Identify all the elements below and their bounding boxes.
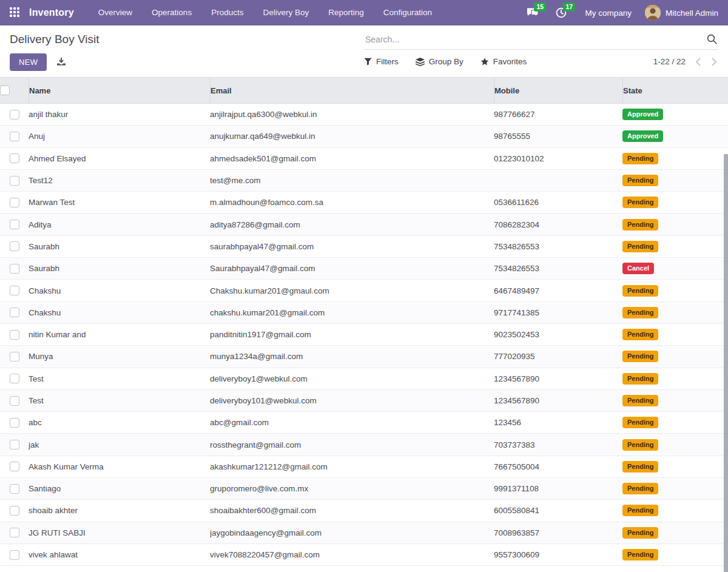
row-email[interactable]: m.almadhoun@foamco.com.sa xyxy=(210,198,494,207)
select-all-checkbox[interactable] xyxy=(0,86,10,95)
row-checkbox[interactable] xyxy=(10,308,19,317)
row-mobile[interactable]: 7008963857 xyxy=(494,528,622,537)
row-name[interactable]: Aditya xyxy=(29,220,210,229)
nav-menu-configuration[interactable]: Configuration xyxy=(375,0,440,25)
row-email[interactable]: rossthegrant@gmail.com xyxy=(210,440,494,449)
table-row[interactable]: nitin Kumar and panditnitin1917@gmail.co… xyxy=(0,324,728,346)
row-name[interactable]: Santiago xyxy=(29,484,210,493)
row-email[interactable]: aditya87286@gmail.com xyxy=(210,220,494,229)
row-checkbox[interactable] xyxy=(10,153,19,163)
row-mobile[interactable]: 9991371108 xyxy=(494,484,622,493)
row-checkbox[interactable] xyxy=(10,110,19,119)
column-header-mobile[interactable]: Mobile xyxy=(494,78,622,103)
row-checkbox[interactable] xyxy=(10,528,19,537)
row-name[interactable]: jak xyxy=(29,440,210,449)
search-input[interactable] xyxy=(365,35,707,44)
nav-menu-overview[interactable]: Overview xyxy=(90,0,141,25)
row-email[interactable]: ahmedsadek501@gmail.com xyxy=(210,154,494,163)
row-name[interactable]: shoaib akhter xyxy=(29,506,210,515)
row-email[interactable]: shoaibakhter600@gmail.com xyxy=(210,506,494,515)
row-email[interactable]: anujkumar.qa649@webkul.in xyxy=(210,132,494,141)
row-mobile[interactable]: 6005580841 xyxy=(494,506,622,515)
search-icon[interactable] xyxy=(707,34,717,44)
row-email[interactable]: panditnitin1917@gmail.com xyxy=(210,330,494,339)
table-row[interactable]: Test deliveryboy1@webkul.com 1234567890 … xyxy=(0,368,728,390)
row-checkbox[interactable] xyxy=(10,462,19,471)
row-name[interactable]: Ahmed Elsayed xyxy=(29,154,210,163)
row-email[interactable]: vivek7088220457@gmail.com xyxy=(210,550,494,559)
row-name[interactable]: vivek ahlawat xyxy=(29,550,210,559)
row-name[interactable]: Marwan Test xyxy=(29,198,210,207)
table-row[interactable]: Test12 test@me.com Pending xyxy=(0,170,728,192)
row-checkbox[interactable] xyxy=(10,506,19,516)
vertical-scrollbar-track[interactable] xyxy=(724,154,728,572)
table-row[interactable]: Aditya aditya87286@gmail.com 7086282304 … xyxy=(0,214,728,235)
row-name[interactable]: Saurabh xyxy=(29,264,210,273)
row-email[interactable]: munya1234a@gmail.com xyxy=(210,352,494,361)
nav-menu-products[interactable]: Products xyxy=(203,0,252,25)
row-email[interactable]: anjilrajput.qa6300@webkul.in xyxy=(210,110,494,119)
table-row[interactable]: Chakshu chakshu.kumar201@gmail.com 97177… xyxy=(0,302,728,324)
row-checkbox[interactable] xyxy=(10,374,19,383)
table-row[interactable]: Test deliveryboy101@webkul.com 123456789… xyxy=(0,390,728,412)
nav-menu-delivery-boy[interactable]: Delivery Boy xyxy=(254,0,317,25)
row-name[interactable]: Munya xyxy=(29,352,210,361)
row-checkbox[interactable] xyxy=(10,484,19,494)
table-row[interactable]: Saurabh Saurabhpayal47@gmail.com 7534826… xyxy=(0,258,728,280)
row-mobile[interactable]: 7534826553 xyxy=(494,264,622,273)
group-by-button[interactable]: Group By xyxy=(416,57,463,66)
table-row[interactable]: Chakshu Chakshu.kumar201@gmaul.com 64674… xyxy=(0,280,728,301)
row-name[interactable]: Test xyxy=(29,374,210,383)
row-checkbox[interactable] xyxy=(10,198,19,207)
row-email[interactable]: gruporomero@live.com.mx xyxy=(210,484,494,493)
row-name[interactable]: anjil thakur xyxy=(29,110,210,119)
pager-previous-button[interactable] xyxy=(694,58,702,66)
column-header-state[interactable]: State xyxy=(622,78,728,103)
row-checkbox[interactable] xyxy=(10,176,19,186)
row-name[interactable]: Test xyxy=(29,396,210,405)
user-menu[interactable]: Mitchell Admin xyxy=(645,5,718,21)
row-email[interactable]: Chakshu.kumar201@gmaul.com xyxy=(210,286,494,295)
row-checkbox[interactable] xyxy=(10,241,19,251)
activities-button[interactable]: 17 xyxy=(556,7,567,18)
row-name[interactable]: nitin Kumar and xyxy=(29,330,210,339)
row-email[interactable]: akashkumar121212@gmail.com xyxy=(210,462,494,471)
row-email[interactable]: test@me.com xyxy=(210,176,494,185)
table-row[interactable]: vivek ahlawat vivek7088220457@gmail.com … xyxy=(0,544,728,566)
row-checkbox[interactable] xyxy=(10,352,19,362)
row-checkbox[interactable] xyxy=(10,220,19,229)
nav-menu-reporting[interactable]: Reporting xyxy=(320,0,372,25)
row-mobile[interactable]: 123456 xyxy=(494,418,622,427)
pager-next-button[interactable] xyxy=(710,58,718,66)
favorites-button[interactable]: Favorites xyxy=(480,57,527,66)
row-email[interactable]: Saurabhpayal47@gmail.com xyxy=(210,264,494,273)
row-email[interactable]: deliveryboy1@webkul.com xyxy=(210,374,494,383)
row-mobile[interactable]: 7667505004 xyxy=(494,462,622,471)
table-row[interactable]: shoaib akhter shoaibakhter600@gmail.com … xyxy=(0,500,728,522)
row-name[interactable]: Anuj xyxy=(29,132,210,141)
row-mobile[interactable]: 6467489497 xyxy=(494,286,622,295)
export-download-button[interactable] xyxy=(55,56,67,68)
column-header-email[interactable]: Email xyxy=(210,78,494,103)
row-checkbox[interactable] xyxy=(10,550,19,560)
row-mobile[interactable]: 7086282304 xyxy=(494,220,622,229)
row-mobile[interactable]: 1234567890 xyxy=(494,396,622,405)
row-mobile[interactable]: 9557300609 xyxy=(494,550,622,559)
table-row[interactable]: Saurabh saurabhpayal47@gmail.com 7534826… xyxy=(0,236,728,258)
row-mobile[interactable]: 1234567890 xyxy=(494,374,622,383)
row-email[interactable]: chakshu.kumar201@gmail.com xyxy=(210,308,494,317)
row-email[interactable]: saurabhpayal47@gmail.com xyxy=(210,242,494,251)
row-checkbox[interactable] xyxy=(10,418,19,428)
table-row[interactable]: Akash Kumar Verma akashkumar121212@gmail… xyxy=(0,456,728,478)
table-row[interactable]: Anuj anujkumar.qa649@webkul.in 98765555 … xyxy=(0,126,728,147)
row-checkbox[interactable] xyxy=(10,286,19,295)
table-row[interactable]: jak rossthegrant@gmail.com 703737383 Pen… xyxy=(0,434,728,456)
row-mobile[interactable]: 703737383 xyxy=(494,440,622,449)
company-switcher[interactable]: My company xyxy=(585,8,632,18)
row-mobile[interactable]: 777020935 xyxy=(494,352,622,361)
row-mobile[interactable]: 98765555 xyxy=(494,132,622,141)
row-checkbox[interactable] xyxy=(10,264,19,274)
new-button[interactable]: NEW xyxy=(10,53,47,71)
row-checkbox[interactable] xyxy=(10,396,19,406)
row-email[interactable]: jaygobindaagency@gmail.com xyxy=(210,528,494,537)
